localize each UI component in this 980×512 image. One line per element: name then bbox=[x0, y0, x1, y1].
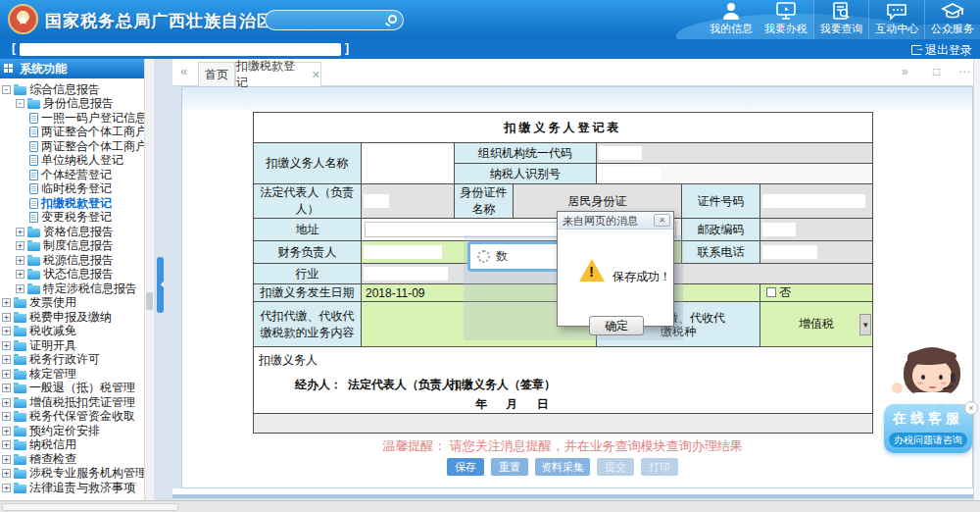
no-checkbox[interactable] bbox=[766, 287, 776, 297]
sidebar-item[interactable]: 单位纳税人登记 bbox=[0, 154, 153, 169]
phone-field[interactable] bbox=[760, 241, 873, 264]
service-bubble[interactable]: 在线客服 办税问题请咨询 bbox=[884, 404, 972, 453]
sidebar-item[interactable]: 两证整合个体工商户信息变更 bbox=[0, 139, 153, 154]
sidebar-item[interactable]: +证明开具 bbox=[0, 338, 153, 353]
expand-icon[interactable]: + bbox=[2, 313, 11, 322]
action-button-保存[interactable]: 保存 bbox=[447, 458, 484, 476]
search-input[interactable] bbox=[265, 10, 404, 30]
sidebar-item[interactable]: +预约定价安排 bbox=[0, 424, 153, 438]
sidebar-item[interactable]: +税费申报及缴纳 bbox=[0, 310, 153, 325]
postcode-field[interactable] bbox=[760, 219, 873, 241]
expand-icon[interactable]: + bbox=[16, 228, 24, 236]
input-field[interactable] bbox=[599, 167, 662, 180]
nav-public-service[interactable]: 公众服务 bbox=[924, 0, 980, 39]
input-field[interactable] bbox=[762, 245, 817, 259]
logout-button[interactable]: 退出登录 bbox=[911, 42, 972, 59]
no-option-cell[interactable]: 否 bbox=[760, 284, 873, 302]
sidebar-item[interactable]: 一照一码户登记信息确认 bbox=[0, 111, 153, 126]
service-consult-button[interactable]: 办税问题请咨询 bbox=[889, 433, 967, 447]
nav-query[interactable]: 我要查询 bbox=[813, 0, 869, 39]
horizontal-scrollbar[interactable] bbox=[0, 500, 980, 512]
input-field[interactable] bbox=[364, 267, 448, 281]
tabs-scroll-left-icon[interactable]: « bbox=[180, 64, 187, 78]
sidebar-item[interactable]: +税源信息报告 bbox=[0, 253, 153, 268]
withholder-name-field[interactable] bbox=[362, 143, 455, 184]
expand-icon[interactable]: + bbox=[2, 384, 11, 392]
sidebar-item[interactable]: +制度信息报告 bbox=[0, 239, 153, 254]
sidebar-item[interactable]: +稽查检查 bbox=[0, 452, 153, 467]
sidebar-item[interactable]: +核定管理 bbox=[0, 367, 153, 382]
expand-icon[interactable]: + bbox=[2, 398, 11, 407]
label-org-code: 组织机构统一代码 bbox=[455, 143, 597, 164]
sidebar-collapse-handle[interactable] bbox=[157, 257, 164, 313]
function-tree: -综合信息报告-身份信息报告一照一码户登记信息确认两证整合个体工商户登记信息确两… bbox=[0, 78, 153, 495]
expand-icon[interactable]: + bbox=[2, 469, 11, 478]
service-close-icon[interactable]: × bbox=[964, 401, 978, 415]
sidebar-item[interactable]: +特定涉税信息报告 bbox=[0, 282, 153, 296]
expand-icon[interactable]: + bbox=[2, 455, 11, 464]
expand-icon[interactable]: + bbox=[16, 256, 24, 265]
expand-icon[interactable]: + bbox=[16, 270, 24, 279]
sidebar-item[interactable]: +税务代保管资金收取 bbox=[0, 410, 153, 425]
tabs-more-icon[interactable]: ⋯ bbox=[958, 65, 970, 78]
collapse-icon[interactable]: - bbox=[2, 85, 11, 94]
action-button-重置[interactable]: 重置 bbox=[491, 458, 528, 476]
expand-icon[interactable]: + bbox=[16, 241, 24, 250]
sidebar-item[interactable]: +资格信息报告 bbox=[0, 225, 153, 239]
sidebar-item[interactable]: 临时税务登记 bbox=[0, 182, 153, 197]
collapse-icon[interactable]: - bbox=[16, 99, 24, 108]
expand-icon[interactable]: + bbox=[2, 412, 11, 421]
sidebar-item[interactable]: +纳税信用 bbox=[0, 438, 153, 453]
tab-home[interactable]: 首页 bbox=[198, 62, 235, 86]
expand-icon[interactable]: + bbox=[2, 355, 11, 364]
horizontal-scrollbar-thumb[interactable] bbox=[2, 503, 178, 511]
org-code-field[interactable] bbox=[597, 143, 873, 164]
expand-icon[interactable]: + bbox=[2, 427, 11, 435]
sidebar-item[interactable]: -身份信息报告 bbox=[0, 97, 153, 112]
sidebar-item[interactable]: +发票使用 bbox=[0, 296, 153, 311]
dropdown-arrow-icon[interactable]: ▼ bbox=[859, 314, 871, 335]
expand-icon[interactable]: + bbox=[16, 284, 24, 293]
expand-icon[interactable]: + bbox=[2, 484, 11, 492]
sidebar-item[interactable]: +税务行政许可 bbox=[0, 353, 153, 368]
nav-interaction-center[interactable]: 互动中心 bbox=[868, 0, 924, 39]
expand-icon[interactable]: + bbox=[2, 341, 11, 350]
legal-rep-field[interactable] bbox=[362, 184, 455, 219]
nav-do-tax[interactable]: 我要办税 bbox=[759, 0, 813, 39]
sidebar-item[interactable]: 变更税务登记 bbox=[0, 211, 153, 226]
nav-my-info[interactable]: 我的信息 bbox=[704, 0, 759, 39]
action-button-资料采集[interactable]: 资料采集 bbox=[535, 458, 590, 476]
expand-icon[interactable]: + bbox=[2, 298, 11, 307]
dialog-ok-button[interactable]: 确定 bbox=[589, 316, 644, 335]
sidebar-item[interactable]: 个体经营登记 bbox=[0, 168, 153, 182]
input-field[interactable] bbox=[599, 146, 642, 160]
input-field[interactable] bbox=[364, 245, 442, 259]
sidebar-item[interactable]: +一般退（抵）税管理 bbox=[0, 382, 153, 396]
expand-icon[interactable]: + bbox=[2, 440, 11, 449]
expand-icon[interactable]: + bbox=[2, 327, 11, 335]
sidebar-scrollbar-thumb[interactable] bbox=[146, 292, 153, 310]
sidebar-item[interactable]: 扣缴税款登记 bbox=[0, 196, 153, 211]
sidebar-item[interactable]: +状态信息报告 bbox=[0, 268, 153, 282]
dialog-title-bar[interactable]: 来自网页的消息 ✕ bbox=[558, 212, 673, 230]
input-field[interactable] bbox=[364, 194, 389, 208]
tab-close-icon[interactable]: ✕ bbox=[312, 69, 320, 81]
tab-withholding-registration[interactable]: 扣缴税款登记 ✕ bbox=[235, 62, 321, 86]
expand-icon[interactable]: + bbox=[2, 370, 11, 379]
tabs-scroll-right-icon[interactable]: » bbox=[902, 65, 908, 78]
sidebar-item[interactable]: +税收减免 bbox=[0, 325, 153, 339]
dialog-close-icon[interactable]: ✕ bbox=[654, 214, 670, 227]
sidebar-item[interactable]: 两证整合个体工商户登记信息确 bbox=[0, 126, 153, 140]
input-field[interactable] bbox=[762, 194, 865, 208]
folder-icon bbox=[14, 384, 26, 393]
sidebar-item[interactable]: +增值税抵扣凭证管理 bbox=[0, 395, 153, 410]
sidebar-item[interactable]: +法律追责与救济事项 bbox=[0, 481, 153, 495]
id-number-field[interactable] bbox=[760, 184, 873, 219]
tabs-maximize-icon[interactable]: □ bbox=[933, 65, 940, 78]
input-field[interactable] bbox=[762, 223, 796, 236]
tax-category-dropdown[interactable]: 增值税 ▼ bbox=[760, 302, 873, 347]
taxpayer-id-field[interactable] bbox=[597, 164, 873, 184]
sidebar-item[interactable]: +涉税专业服务机构管理 bbox=[0, 467, 153, 482]
sidebar-scrollbar[interactable] bbox=[144, 59, 154, 500]
sidebar-item[interactable]: -综合信息报告 bbox=[0, 82, 153, 97]
